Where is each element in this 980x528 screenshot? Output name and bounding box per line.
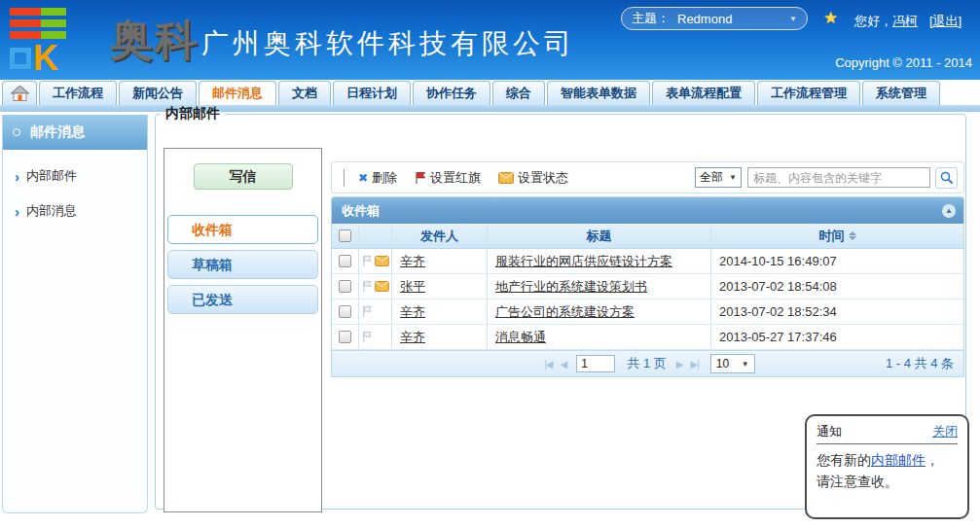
- col-header-sender[interactable]: 发件人: [392, 224, 488, 248]
- page-size-select[interactable]: 10 ▼: [710, 354, 755, 373]
- chevron-down-icon: ▼: [729, 173, 737, 182]
- theme-select[interactable]: 主题： Redmond ▼: [621, 7, 808, 30]
- tab-schedule[interactable]: 日程计划: [333, 81, 411, 105]
- folder-panel: 写信 收件箱 草稿箱 已发送: [163, 148, 322, 512]
- company-logo-icon: K: [10, 8, 107, 74]
- tab-system-mgmt[interactable]: 系统管理: [862, 81, 940, 105]
- tab-tasks[interactable]: 协作任务: [413, 81, 490, 105]
- mail-time: 2014-10-15 16:49:07: [719, 254, 837, 268]
- scope-select[interactable]: 全部 ▼: [695, 167, 742, 188]
- chevron-down-icon: ▼: [789, 15, 797, 23]
- search-input[interactable]: [747, 167, 930, 188]
- envelope-icon: [375, 281, 389, 292]
- pager-last-icon[interactable]: ▶|: [690, 359, 698, 370]
- delete-button[interactable]: ✖ 删除: [358, 169, 397, 187]
- sidebar-item-label: 内部邮件: [26, 167, 77, 185]
- inbox-grid: 收件箱 ▲ 发件人 标题 时间: [331, 196, 964, 377]
- sender-link[interactable]: 辛齐: [400, 329, 425, 346]
- copyright: Copyright © 2011 - 2014: [835, 55, 972, 70]
- set-status-button[interactable]: 设置状态: [498, 169, 568, 187]
- grid-header: 收件箱 ▲: [332, 197, 963, 224]
- notification-body: 您有新的内部邮件， 请注意查收。: [817, 450, 958, 492]
- folder-drafts[interactable]: 草稿箱: [167, 250, 318, 279]
- notification-close-link[interactable]: 关闭: [932, 423, 958, 440]
- col-header-time[interactable]: 时间: [711, 224, 963, 248]
- tab-workflow[interactable]: 工作流程: [39, 81, 117, 105]
- search-button[interactable]: [935, 167, 958, 189]
- red-flag-icon: [415, 171, 426, 185]
- mail-title-link[interactable]: 广告公司的系统建设方案: [495, 303, 635, 321]
- envelope-icon: [375, 256, 389, 266]
- mail-title-link[interactable]: 地产行业的系统建设策划书: [495, 278, 647, 296]
- row-checkbox[interactable]: [339, 305, 351, 318]
- select-all-checkbox[interactable]: [339, 229, 351, 242]
- row-checkbox[interactable]: [339, 331, 351, 343]
- sender-link[interactable]: 辛齐: [400, 253, 425, 270]
- tab-mail[interactable]: 邮件消息: [199, 81, 276, 105]
- mail-time: 2013-07-02 18:54:08: [719, 279, 837, 294]
- search-icon: [940, 171, 954, 185]
- home-button[interactable]: [2, 81, 37, 105]
- notification-popup: 通知 关闭 您有新的内部邮件， 请注意查收。: [805, 414, 969, 519]
- col-header-title[interactable]: 标题: [488, 224, 711, 248]
- chevron-right-icon: ›: [15, 168, 19, 185]
- mail-title-link[interactable]: 服装行业的网店供应链设计方案: [495, 253, 672, 270]
- mail-title-link[interactable]: 消息畅通: [495, 329, 546, 346]
- sidebar-header: 邮件消息: [3, 115, 147, 150]
- bullet-icon: [13, 128, 20, 136]
- tab-docs[interactable]: 文档: [278, 81, 331, 105]
- flag-icon: [362, 305, 373, 318]
- flag-icon: [362, 331, 373, 343]
- sidebar: 邮件消息 › 内部邮件 › 内部消息: [2, 115, 148, 513]
- page-number-input[interactable]: [576, 355, 615, 372]
- table-row[interactable]: 辛齐 消息畅通 2013-05-27 17:37:46: [332, 325, 963, 350]
- mail-toolbar: ✖ 删除 设置红旗 设置状态 全部 ▼: [331, 161, 964, 194]
- envelope-icon: [498, 172, 514, 184]
- chevron-right-icon: ›: [15, 203, 19, 220]
- folder-inbox[interactable]: 收件箱: [167, 215, 318, 244]
- greeting: 您好，冯柯: [854, 13, 918, 30]
- compose-button[interactable]: 写信: [194, 163, 293, 190]
- table-row[interactable]: 张平 地产行业的系统建设策划书 2013-07-02 18:54:08: [332, 274, 963, 299]
- page-title: 内部邮件: [160, 105, 226, 123]
- sender-link[interactable]: 张平: [400, 278, 425, 296]
- mail-time: 2013-07-02 18:52:34: [719, 304, 837, 319]
- record-range-label: 1 - 4 共 4 条: [886, 355, 954, 372]
- sidebar-item-internal-mail[interactable]: › 内部邮件: [3, 167, 147, 185]
- logo-text: 奥科: [110, 12, 200, 69]
- toolbar-separator: [344, 169, 345, 187]
- flag-icon: [362, 255, 373, 267]
- tab-workflow-mgmt[interactable]: 工作流程管理: [757, 81, 860, 105]
- table-row[interactable]: 辛齐 广告公司的系统建设方案 2013-07-02 18:52:34: [332, 299, 963, 325]
- sender-link[interactable]: 辛齐: [400, 303, 425, 321]
- table-row[interactable]: 辛齐 服装行业的网店供应链设计方案 2014-10-15 16:49:07: [332, 249, 963, 274]
- theme-value: Redmond: [677, 12, 732, 26]
- username-link[interactable]: 冯柯: [892, 14, 918, 28]
- row-checkbox[interactable]: [339, 255, 351, 267]
- star-icon[interactable]: ★: [823, 8, 838, 28]
- home-icon: [11, 86, 29, 101]
- tab-smartform-data[interactable]: 智能表单数据: [547, 81, 650, 105]
- row-checkbox[interactable]: [339, 280, 351, 293]
- page-count-label: 共 1 页: [627, 355, 666, 372]
- header: K 奥科 广州奥科软件科技有限公司 主题： Redmond ▼ ★ 您好，冯柯 …: [0, 0, 980, 80]
- pager-first-icon[interactable]: |◀: [544, 359, 552, 370]
- logout-link[interactable]: [退出]: [929, 13, 962, 30]
- pager: |◀ ◀ 共 1 页 ▶ ▶| 10 ▼ 1 - 4 共 4 条: [332, 350, 963, 376]
- sidebar-item-internal-message[interactable]: › 内部消息: [3, 202, 147, 220]
- grid-title: 收件箱: [342, 202, 380, 220]
- sort-icon: [849, 231, 856, 240]
- pager-next-icon[interactable]: ▶: [676, 359, 683, 370]
- page: K 奥科 广州奥科软件科技有限公司 主题： Redmond ▼ ★ 您好，冯柯 …: [0, 0, 980, 528]
- notification-title: 通知: [817, 423, 842, 440]
- tab-form-flow-config[interactable]: 表单流程配置: [652, 81, 755, 105]
- chevron-down-icon: ▼: [742, 360, 749, 369]
- collapse-icon[interactable]: ▲: [942, 204, 956, 218]
- pager-prev-icon[interactable]: ◀: [561, 359, 567, 370]
- main-nav: 工作流程 新闻公告 邮件消息 文档 日程计划 协作任务 综合 智能表单数据 表单…: [0, 80, 980, 105]
- set-flag-button[interactable]: 设置红旗: [415, 169, 481, 187]
- new-mail-link[interactable]: 内部邮件: [871, 452, 926, 468]
- tab-news[interactable]: 新闻公告: [119, 81, 197, 105]
- tab-misc[interactable]: 综合: [492, 81, 545, 105]
- folder-sent[interactable]: 已发送: [167, 285, 318, 314]
